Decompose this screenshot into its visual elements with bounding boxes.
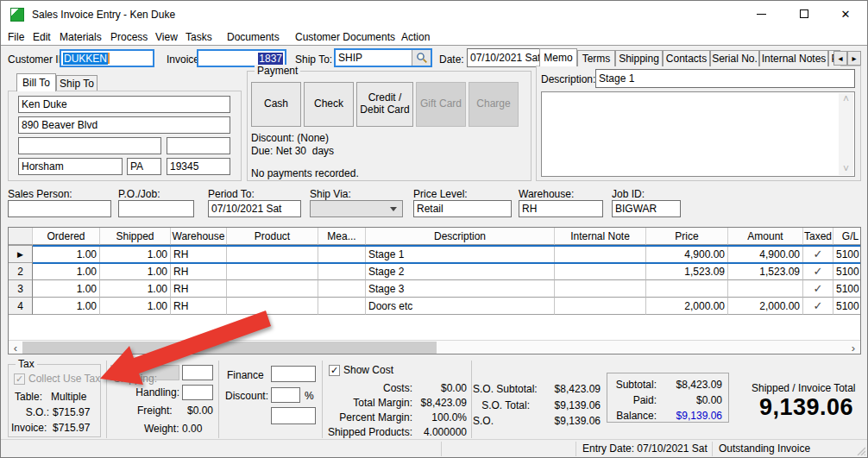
tab-shipping[interactable]: Shipping xyxy=(615,50,663,66)
row-selector[interactable]: ▶ xyxy=(9,246,33,263)
header-measure[interactable]: Mea... xyxy=(318,228,366,245)
menu-tasks[interactable]: Tasks xyxy=(186,31,212,43)
header-product[interactable]: Product xyxy=(227,228,318,245)
lookup-button[interactable] xyxy=(412,50,431,66)
cell-shipped[interactable]: 1.00 xyxy=(100,246,171,263)
warehouse-field[interactable]: RH xyxy=(519,200,603,217)
po-job-field[interactable] xyxy=(118,200,194,217)
customer-id-field[interactable]: DUKKEN xyxy=(60,49,154,67)
sales-person-field[interactable] xyxy=(8,200,111,217)
cell-gl[interactable]: 5100 xyxy=(833,246,861,263)
memo-scrollbar[interactable]: ˄ ˅ xyxy=(839,93,853,175)
tab-serial-no[interactable]: Serial No. xyxy=(710,50,759,66)
show-cost-checkbox[interactable]: ✓ Show Cost xyxy=(329,364,393,376)
cell-price[interactable]: 1,523.09 xyxy=(646,263,728,280)
cell-internal-note[interactable] xyxy=(555,263,646,280)
header-price[interactable]: Price xyxy=(646,228,728,245)
close-button[interactable]: ✕ xyxy=(826,1,865,27)
cell-warehouse[interactable]: RH xyxy=(171,263,227,280)
address-name-field[interactable]: Ken Duke xyxy=(18,96,230,113)
header-warehouse[interactable]: Warehouse xyxy=(171,228,227,245)
tab-scroll-right-button[interactable]: ▸ xyxy=(847,51,861,66)
cell-taxed-check-icon[interactable]: ✓ xyxy=(803,246,833,263)
cell-description[interactable]: Doors etc xyxy=(366,298,555,315)
cell-price[interactable]: 4,900.00 xyxy=(646,246,728,263)
cell-measure[interactable] xyxy=(318,246,366,263)
cell-price[interactable] xyxy=(646,280,728,298)
maximize-button[interactable] xyxy=(784,1,824,27)
cell-shipped[interactable]: 1.00 xyxy=(100,263,171,280)
cell-ordered[interactable]: 1.00 xyxy=(33,246,100,263)
cell-warehouse[interactable]: RH xyxy=(171,280,227,298)
address-line3b-field[interactable] xyxy=(167,137,230,154)
cell-gl[interactable]: 5100 xyxy=(833,263,861,280)
cell-description[interactable]: Stage 1 xyxy=(366,246,555,263)
cell-product[interactable] xyxy=(227,246,318,263)
address-city-field[interactable]: Horsham xyxy=(18,158,123,175)
menu-edit[interactable]: Edit xyxy=(33,31,51,43)
cell-description[interactable]: Stage 3 xyxy=(366,280,555,298)
cell-internal-note[interactable] xyxy=(555,280,646,298)
cell-ordered[interactable]: 1.00 xyxy=(33,280,100,298)
row-selector[interactable]: 2 xyxy=(9,263,33,280)
row-selector[interactable]: 4 xyxy=(9,298,33,315)
row-selector[interactable]: 3 xyxy=(9,280,33,298)
cell-gl[interactable]: 5100 xyxy=(833,298,861,315)
minimize-button[interactable] xyxy=(741,1,781,27)
cell-internal-note[interactable] xyxy=(555,298,646,315)
tab-ship-to[interactable]: Ship To xyxy=(56,75,97,91)
charge-button[interactable]: Charge xyxy=(469,82,519,127)
menu-customer-documents[interactable]: Customer Documents xyxy=(295,31,395,43)
tab-internal-notes[interactable]: Internal Notes xyxy=(759,50,828,66)
header-internal-note[interactable]: Internal Note xyxy=(555,228,646,245)
address-zip-field[interactable]: 19345 xyxy=(167,158,230,175)
cell-amount[interactable]: 1,523.09 xyxy=(728,263,803,280)
menu-process[interactable]: Process xyxy=(110,31,148,43)
header-selector[interactable] xyxy=(9,228,33,245)
period-to-field[interactable]: 07/10/2021 Sat xyxy=(208,200,301,217)
address-state-field[interactable]: PA xyxy=(127,158,161,175)
cell-measure[interactable] xyxy=(318,298,366,315)
menu-materials[interactable]: Materials xyxy=(60,31,102,43)
header-ordered[interactable]: Ordered xyxy=(33,228,100,245)
cell-shipped[interactable]: 1.00 xyxy=(100,280,171,298)
cell-description[interactable]: Stage 2 xyxy=(366,263,555,280)
tab-contacts[interactable]: Contacts xyxy=(663,50,710,66)
address-line3-field[interactable] xyxy=(18,137,161,154)
header-description[interactable]: Description xyxy=(366,228,555,245)
address-street-field[interactable]: 890 Beaver Blvd xyxy=(18,116,230,134)
check-button[interactable]: Check xyxy=(304,82,354,127)
tab-memo[interactable]: Memo xyxy=(539,48,577,66)
cash-button[interactable]: Cash xyxy=(251,82,301,127)
resize-grip[interactable] xyxy=(855,445,865,455)
menu-view[interactable]: View xyxy=(155,31,178,43)
description-field[interactable]: Stage 1 xyxy=(595,69,855,88)
scroll-left-icon[interactable]: ‹ xyxy=(9,341,22,354)
header-taxed[interactable]: Taxed xyxy=(803,228,833,245)
memo-textarea[interactable]: ˄ ˅ xyxy=(541,91,855,177)
header-gl[interactable]: G/L xyxy=(833,228,861,245)
ship-to-field[interactable]: SHIP xyxy=(334,48,432,67)
finance-extra-field[interactable] xyxy=(271,407,316,424)
cell-amount[interactable]: 4,900.00 xyxy=(728,246,803,263)
scroll-right-icon[interactable]: › xyxy=(846,341,860,354)
header-shipped[interactable]: Shipped xyxy=(100,228,171,245)
cell-internal-note[interactable] xyxy=(555,246,646,263)
cell-ordered[interactable]: 1.00 xyxy=(33,263,100,280)
cell-product[interactable] xyxy=(227,280,318,298)
tab-terms[interactable]: Terms xyxy=(577,50,615,66)
cell-measure[interactable] xyxy=(318,280,366,298)
credit-debit-card-button[interactable]: Credit / Debit Card xyxy=(356,82,413,127)
menu-documents[interactable]: Documents xyxy=(227,31,280,43)
cell-taxed-check-icon[interactable]: ✓ xyxy=(803,263,833,280)
cell-measure[interactable] xyxy=(318,263,366,280)
header-amount[interactable]: Amount xyxy=(728,228,803,245)
tab-scroll-left-button[interactable]: ◂ xyxy=(833,51,847,66)
menu-file[interactable]: File xyxy=(8,31,24,43)
price-level-field[interactable]: Retail xyxy=(413,200,512,217)
tab-bill-to[interactable]: Bill To xyxy=(16,73,56,91)
cell-gl[interactable]: 5100 xyxy=(833,280,861,298)
gift-card-button[interactable]: Gift Card xyxy=(416,82,466,127)
cell-warehouse[interactable]: RH xyxy=(171,246,227,263)
job-id-field[interactable]: BIGWAR xyxy=(612,200,681,217)
